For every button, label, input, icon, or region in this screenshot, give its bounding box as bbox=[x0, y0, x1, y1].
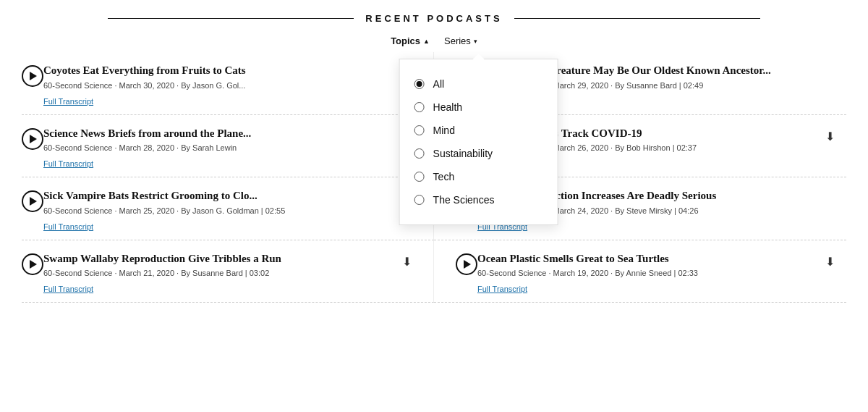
radio-circle bbox=[414, 172, 425, 182]
podcast-info: Coyotes Eat Everything from Fruits to Ca… bbox=[43, 64, 412, 107]
podcast-info: Science News Briefs from around the Plan… bbox=[43, 127, 412, 170]
dropdown-item-label: Mind bbox=[433, 125, 455, 136]
dropdown-item-label: Tech bbox=[433, 171, 455, 182]
podcast-title: Sick Vampire Bats Restrict Grooming to C… bbox=[43, 189, 402, 203]
podcast-title: Ocean Plastic Smells Great to Sea Turtle… bbox=[477, 252, 825, 266]
podcast-item-inner: Coyotes Eat Everything from Fruits to Ca… bbox=[22, 64, 412, 107]
full-transcript-link[interactable]: Full Transcript bbox=[43, 97, 93, 106]
podcast-info: Ocean Plastic Smells Great to Sea Turtle… bbox=[477, 252, 825, 295]
full-transcript-link[interactable]: Full Transcript bbox=[43, 159, 93, 168]
podcast-item: Science News Briefs from around the Plan… bbox=[22, 115, 434, 178]
podcast-meta: 60-Second Science · March 21, 2020 · By … bbox=[43, 269, 402, 277]
dropdown-item-the-sciences[interactable]: The Sciences bbox=[414, 188, 543, 211]
podcast-item-inner: Science News Briefs from around the Plan… bbox=[22, 127, 412, 170]
radio-circle bbox=[414, 148, 425, 159]
podcast-item: Coyotes Eat Everything from Fruits to Ca… bbox=[22, 52, 434, 115]
full-transcript-link[interactable]: Full Transcript bbox=[477, 285, 527, 293]
play-icon bbox=[464, 260, 471, 269]
play-button[interactable] bbox=[22, 128, 43, 150]
dropdown-item-sustainability[interactable]: Sustainability bbox=[414, 142, 543, 165]
page-header: RECENT PODCASTS bbox=[0, 0, 868, 31]
podcast-title: Science News Briefs from around the Plan… bbox=[43, 127, 412, 141]
podcast-meta: 60-Second Science · March 19, 2020 · By … bbox=[477, 269, 825, 277]
dropdown-item-label: Sustainability bbox=[433, 148, 493, 159]
play-icon bbox=[30, 72, 37, 80]
download-icon[interactable]: ⬇ bbox=[825, 255, 835, 269]
play-button[interactable] bbox=[22, 253, 43, 275]
play-button[interactable] bbox=[456, 253, 477, 275]
podcast-meta: 60-Second Science · March 28, 2020 · By … bbox=[43, 143, 412, 152]
play-button[interactable] bbox=[22, 65, 43, 87]
play-icon bbox=[30, 197, 37, 206]
play-icon bbox=[30, 260, 37, 269]
header-line-left bbox=[108, 18, 354, 19]
download-icon[interactable]: ⬇ bbox=[402, 255, 412, 269]
podcast-item-inner: Swamp Wallaby Reproduction Give Tribbles… bbox=[22, 252, 412, 295]
series-arrow: ▾ bbox=[474, 38, 477, 45]
full-transcript-link[interactable]: Full Transcript bbox=[43, 285, 93, 293]
topics-filter-button[interactable]: Topics ▲ bbox=[391, 35, 430, 46]
radio-circle bbox=[414, 125, 425, 135]
radio-circle bbox=[414, 102, 425, 112]
dropdown-item-health[interactable]: Health bbox=[414, 96, 543, 119]
podcast-item-inner: Sick Vampire Bats Restrict Grooming to C… bbox=[22, 189, 412, 232]
podcast-info: Swamp Wallaby Reproduction Give Tribbles… bbox=[43, 252, 402, 295]
header-line-right bbox=[514, 18, 760, 19]
full-transcript-link[interactable]: Full Transcript bbox=[43, 222, 93, 231]
podcast-item-inner: Ocean Plastic Smells Great to Sea Turtle… bbox=[456, 252, 835, 295]
dropdown-item-tech[interactable]: Tech bbox=[414, 165, 543, 188]
dropdown-item-all[interactable]: All bbox=[414, 72, 543, 96]
play-button[interactable] bbox=[22, 190, 43, 212]
radio-circle bbox=[414, 79, 425, 89]
podcast-item: Sick Vampire Bats Restrict Grooming to C… bbox=[22, 177, 434, 240]
series-filter-button[interactable]: Series ▾ bbox=[444, 35, 477, 46]
download-icon[interactable]: ⬇ bbox=[825, 130, 835, 143]
podcast-title: Swamp Wallaby Reproduction Give Tribbles… bbox=[43, 252, 402, 266]
radio-circle bbox=[414, 195, 425, 205]
topics-dropdown: AllHealthMindSustainabilityTechThe Scien… bbox=[399, 59, 558, 225]
topics-label: Topics bbox=[391, 35, 420, 46]
podcast-item: Ocean Plastic Smells Great to Sea Turtle… bbox=[434, 240, 846, 303]
dropdown-item-mind[interactable]: Mind bbox=[414, 119, 543, 142]
dropdown-item-label: All bbox=[433, 78, 445, 90]
podcast-info: Sick Vampire Bats Restrict Grooming to C… bbox=[43, 189, 402, 232]
filter-bar: Topics ▲ Series ▾ AllHealthMindSustainab… bbox=[0, 31, 868, 52]
podcast-meta: 60-Second Science · March 30, 2020 · By … bbox=[43, 81, 412, 90]
dropdown-item-label: The Sciences bbox=[433, 194, 495, 206]
podcast-title: Coyotes Eat Everything from Fruits to Ca… bbox=[43, 64, 412, 78]
page-title: RECENT PODCASTS bbox=[365, 13, 502, 24]
play-icon bbox=[30, 135, 37, 143]
podcast-item: Swamp Wallaby Reproduction Give Tribbles… bbox=[22, 240, 434, 303]
podcast-meta: 60-Second Science · March 25, 2020 · By … bbox=[43, 206, 402, 215]
topics-arrow: ▲ bbox=[423, 38, 430, 45]
dropdown-item-label: Health bbox=[433, 101, 462, 113]
series-label: Series bbox=[444, 35, 471, 46]
